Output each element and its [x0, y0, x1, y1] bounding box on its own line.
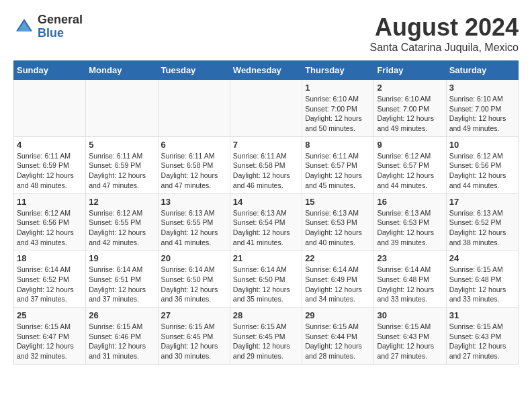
- day-info: Sunrise: 6:15 AM Sunset: 6:43 PM Dayligh…: [449, 322, 515, 361]
- calendar-cell: 11Sunrise: 6:12 AM Sunset: 6:56 PM Dayli…: [14, 193, 86, 250]
- day-number: 9: [377, 140, 443, 150]
- day-info: Sunrise: 6:15 AM Sunset: 6:43 PM Dayligh…: [377, 322, 443, 361]
- logo-general-text: General: [38, 13, 83, 27]
- calendar-cell: 10Sunrise: 6:12 AM Sunset: 6:56 PM Dayli…: [446, 136, 518, 193]
- day-info: Sunrise: 6:12 AM Sunset: 6:55 PM Dayligh…: [89, 208, 154, 248]
- calendar-week-1: 1Sunrise: 6:10 AM Sunset: 7:00 PM Daylig…: [14, 80, 519, 137]
- calendar-cell: 7Sunrise: 6:11 AM Sunset: 6:58 PM Daylig…: [230, 136, 302, 193]
- day-info: Sunrise: 6:14 AM Sunset: 6:50 PM Dayligh…: [161, 265, 227, 304]
- logo-text: General Blue: [38, 13, 83, 40]
- header-day-friday: Friday: [374, 61, 446, 80]
- day-number: 31: [449, 310, 515, 320]
- calendar-cell: 8Sunrise: 6:11 AM Sunset: 6:57 PM Daylig…: [302, 136, 374, 193]
- calendar-week-3: 11Sunrise: 6:12 AM Sunset: 6:56 PM Dayli…: [14, 193, 519, 250]
- day-number: 23: [377, 253, 443, 263]
- sub-title: Santa Catarina Juquila, Mexico: [370, 42, 519, 54]
- day-number: 27: [161, 310, 227, 320]
- day-number: 12: [89, 197, 154, 207]
- day-info: Sunrise: 6:10 AM Sunset: 7:00 PM Dayligh…: [305, 94, 371, 134]
- day-info: Sunrise: 6:13 AM Sunset: 6:54 PM Dayligh…: [233, 208, 299, 248]
- day-info: Sunrise: 6:15 AM Sunset: 6:45 PM Dayligh…: [161, 322, 227, 361]
- day-number: 28: [233, 310, 299, 320]
- calendar-cell: 20Sunrise: 6:14 AM Sunset: 6:50 PM Dayli…: [158, 250, 230, 308]
- calendar-cell: [86, 80, 158, 137]
- calendar-week-4: 18Sunrise: 6:14 AM Sunset: 6:52 PM Dayli…: [14, 250, 519, 308]
- day-info: Sunrise: 6:15 AM Sunset: 6:47 PM Dayligh…: [17, 322, 83, 361]
- day-info: Sunrise: 6:14 AM Sunset: 6:48 PM Dayligh…: [377, 265, 443, 304]
- day-number: 1: [305, 83, 371, 93]
- day-info: Sunrise: 6:15 AM Sunset: 6:45 PM Dayligh…: [233, 322, 299, 361]
- day-info: Sunrise: 6:11 AM Sunset: 6:58 PM Dayligh…: [233, 151, 299, 191]
- header-day-sunday: Sunday: [14, 61, 86, 80]
- title-area: August 2024 Santa Catarina Juquila, Mexi…: [370, 13, 519, 54]
- calendar-cell: 22Sunrise: 6:14 AM Sunset: 6:49 PM Dayli…: [302, 250, 374, 308]
- day-info: Sunrise: 6:10 AM Sunset: 7:00 PM Dayligh…: [449, 94, 515, 134]
- day-number: 16: [377, 197, 443, 207]
- calendar-cell: 15Sunrise: 6:13 AM Sunset: 6:53 PM Dayli…: [302, 193, 374, 250]
- calendar-table: SundayMondayTuesdayWednesdayThursdayFrid…: [13, 60, 519, 365]
- day-number: 8: [305, 140, 371, 150]
- day-number: 29: [305, 310, 371, 320]
- calendar-cell: 16Sunrise: 6:13 AM Sunset: 6:53 PM Dayli…: [374, 193, 446, 250]
- header: General Blue August 2024 Santa Catarina …: [13, 13, 519, 54]
- calendar-week-2: 4Sunrise: 6:11 AM Sunset: 6:59 PM Daylig…: [14, 136, 519, 193]
- calendar-cell: 1Sunrise: 6:10 AM Sunset: 7:00 PM Daylig…: [302, 80, 374, 137]
- day-number: 30: [377, 310, 443, 320]
- header-day-thursday: Thursday: [302, 61, 374, 80]
- calendar-cell: 29Sunrise: 6:15 AM Sunset: 6:44 PM Dayli…: [302, 308, 374, 365]
- day-number: 14: [233, 197, 299, 207]
- header-day-monday: Monday: [86, 61, 158, 80]
- day-info: Sunrise: 6:14 AM Sunset: 6:52 PM Dayligh…: [17, 265, 83, 304]
- header-day-wednesday: Wednesday: [230, 61, 302, 80]
- day-info: Sunrise: 6:12 AM Sunset: 6:56 PM Dayligh…: [17, 208, 83, 248]
- day-number: 19: [89, 253, 154, 263]
- calendar-cell: 31Sunrise: 6:15 AM Sunset: 6:43 PM Dayli…: [446, 308, 518, 365]
- day-number: 18: [17, 253, 83, 263]
- day-info: Sunrise: 6:11 AM Sunset: 6:59 PM Dayligh…: [17, 151, 83, 191]
- day-info: Sunrise: 6:14 AM Sunset: 6:51 PM Dayligh…: [89, 265, 154, 304]
- calendar-cell: 5Sunrise: 6:11 AM Sunset: 6:59 PM Daylig…: [86, 136, 158, 193]
- day-info: Sunrise: 6:15 AM Sunset: 6:48 PM Dayligh…: [449, 265, 515, 304]
- day-info: Sunrise: 6:12 AM Sunset: 6:56 PM Dayligh…: [449, 151, 515, 191]
- header-day-tuesday: Tuesday: [158, 61, 230, 80]
- header-day-saturday: Saturday: [446, 61, 518, 80]
- day-info: Sunrise: 6:11 AM Sunset: 6:57 PM Dayligh…: [305, 151, 371, 191]
- calendar-cell: 30Sunrise: 6:15 AM Sunset: 6:43 PM Dayli…: [374, 308, 446, 365]
- calendar-cell: 26Sunrise: 6:15 AM Sunset: 6:46 PM Dayli…: [86, 308, 158, 365]
- day-number: 10: [449, 140, 515, 150]
- calendar-cell: 17Sunrise: 6:13 AM Sunset: 6:52 PM Dayli…: [446, 193, 518, 250]
- calendar-cell: 28Sunrise: 6:15 AM Sunset: 6:45 PM Dayli…: [230, 308, 302, 365]
- day-number: 3: [449, 83, 515, 93]
- day-info: Sunrise: 6:15 AM Sunset: 6:44 PM Dayligh…: [305, 322, 371, 361]
- day-number: 13: [161, 197, 227, 207]
- calendar-cell: 21Sunrise: 6:14 AM Sunset: 6:50 PM Dayli…: [230, 250, 302, 308]
- day-number: 6: [161, 140, 227, 150]
- day-number: 20: [161, 253, 227, 263]
- main-title: August 2024: [370, 13, 519, 42]
- calendar-cell: [158, 80, 230, 137]
- logo-icon: [13, 16, 35, 38]
- calendar-week-5: 25Sunrise: 6:15 AM Sunset: 6:47 PM Dayli…: [14, 308, 519, 365]
- calendar-cell: 25Sunrise: 6:15 AM Sunset: 6:47 PM Dayli…: [14, 308, 86, 365]
- logo-blue-text: Blue: [38, 27, 83, 40]
- day-info: Sunrise: 6:13 AM Sunset: 6:53 PM Dayligh…: [377, 208, 443, 248]
- day-number: 22: [305, 253, 371, 263]
- calendar-header-row: SundayMondayTuesdayWednesdayThursdayFrid…: [14, 61, 519, 80]
- calendar-cell: 23Sunrise: 6:14 AM Sunset: 6:48 PM Dayli…: [374, 250, 446, 308]
- day-number: 25: [17, 310, 83, 320]
- calendar-cell: 6Sunrise: 6:11 AM Sunset: 6:58 PM Daylig…: [158, 136, 230, 193]
- day-number: 21: [233, 253, 299, 263]
- day-info: Sunrise: 6:10 AM Sunset: 7:00 PM Dayligh…: [377, 94, 443, 134]
- calendar-cell: 13Sunrise: 6:13 AM Sunset: 6:55 PM Dayli…: [158, 193, 230, 250]
- day-info: Sunrise: 6:13 AM Sunset: 6:53 PM Dayligh…: [305, 208, 371, 248]
- day-number: 5: [89, 140, 154, 150]
- day-number: 2: [377, 83, 443, 93]
- calendar-cell: 27Sunrise: 6:15 AM Sunset: 6:45 PM Dayli…: [158, 308, 230, 365]
- calendar-cell: [14, 80, 86, 137]
- day-number: 15: [305, 197, 371, 207]
- day-info: Sunrise: 6:14 AM Sunset: 6:50 PM Dayligh…: [233, 265, 299, 304]
- day-info: Sunrise: 6:13 AM Sunset: 6:52 PM Dayligh…: [449, 208, 515, 248]
- day-number: 11: [17, 197, 83, 207]
- day-info: Sunrise: 6:15 AM Sunset: 6:46 PM Dayligh…: [89, 322, 154, 361]
- day-info: Sunrise: 6:11 AM Sunset: 6:59 PM Dayligh…: [89, 151, 154, 191]
